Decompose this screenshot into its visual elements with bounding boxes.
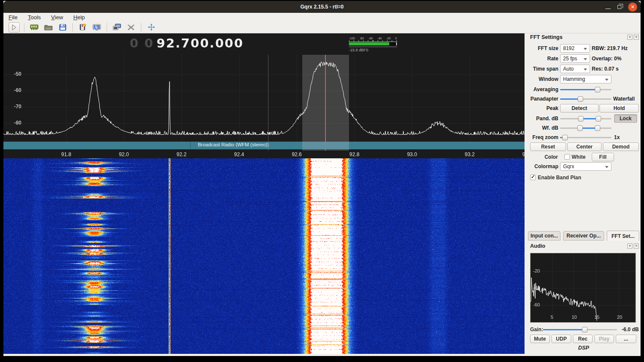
center-button[interactable]: Center (567, 142, 602, 151)
mute-button[interactable]: Mute (530, 335, 550, 343)
rate-combo[interactable]: 25 fps (560, 54, 590, 63)
configure-io-button[interactable] (29, 22, 40, 33)
fft-panel-icons: ▾ ✕ (627, 35, 639, 40)
tab-fft-settings[interactable]: FFT Set... (607, 231, 639, 241)
plot-buttons-row: Reset Center Demod (527, 142, 641, 152)
tools-button[interactable] (125, 22, 137, 33)
rec-button[interactable]: Rec (573, 335, 593, 343)
remote-control-button[interactable] (111, 22, 122, 33)
menu-tools[interactable]: Tools (28, 14, 41, 21)
time-span-combo[interactable]: Auto (560, 65, 590, 73)
white-checkbox[interactable] (564, 154, 570, 160)
wf-db-high-handle[interactable] (595, 125, 600, 131)
band-plan-bar: Broadcast Radio (WFM (stereo)) (3, 142, 525, 149)
audio-gain-handle[interactable] (582, 327, 587, 332)
pand-db-low-handle[interactable] (578, 116, 584, 122)
fft-size-combo[interactable]: 8192 (560, 44, 590, 53)
fft-display-button[interactable] (91, 22, 102, 33)
averaging-slider-handle[interactable] (595, 87, 600, 92)
window-combo[interactable]: Hamming (560, 75, 611, 83)
play-button[interactable]: Play (594, 335, 614, 343)
meter-tick-label: 0 (395, 37, 397, 40)
colormap-combo[interactable]: Gqrx (560, 162, 611, 171)
menu-help[interactable]: Help (73, 14, 85, 21)
peak-detect-button[interactable]: Detect (560, 104, 599, 113)
titlebar[interactable]: Gqrx 2.15.5 - rtl=0 ✕ (3, 1, 641, 13)
toolbar-separator (107, 23, 107, 32)
enable-band-plan-checkbox[interactable] (530, 175, 536, 180)
tab-receiver-options[interactable]: Receiver Op... (563, 231, 604, 240)
enable-band-plan-label: Enable Band Plan (538, 173, 581, 182)
frequency-scale-label: 93.0 (403, 151, 420, 157)
window-value: Hamming (563, 76, 585, 82)
toolbar-separator (141, 23, 141, 32)
overlap-value: Overlap: 0% (592, 54, 621, 63)
right-dock: FFT Settings ▾ ✕ FFT size 8192 RBW: 219.… (527, 33, 641, 356)
panadapter-waterfall-handle[interactable] (578, 96, 583, 102)
tab-input-controls[interactable]: Input con... (528, 231, 561, 240)
minimize-icon[interactable] (605, 9, 611, 9)
gain-label: Gain: (530, 325, 543, 334)
center-view-button[interactable] (146, 22, 157, 33)
menu-view[interactable]: View (51, 14, 63, 21)
freq-zoom-label: Freq zoom (527, 133, 558, 142)
fill-button[interactable]: Fill (592, 153, 614, 161)
bookmarks-button[interactable] (77, 22, 88, 33)
close-panel-icon[interactable]: ✕ (634, 243, 639, 249)
bookmarks-icon (79, 24, 86, 31)
demod-button[interactable]: Demod (603, 142, 639, 151)
frequency-dim-digits: 0 0 (130, 36, 154, 50)
udp-button[interactable]: UDP (552, 335, 571, 343)
meter-tick-label: -100 (349, 37, 355, 40)
frequency-scale[interactable]: 91.892.092.292.492.692.893.093.293.4 (3, 151, 525, 158)
save-settings-button[interactable] (57, 22, 68, 33)
float-panel-icon[interactable]: ▾ (627, 243, 632, 249)
freq-zoom-slider[interactable] (560, 135, 611, 140)
waterfall[interactable] (3, 158, 525, 354)
close-icon[interactable]: ✕ (628, 3, 637, 12)
freq-zoom-handle[interactable] (562, 135, 568, 140)
wf-db-range-slider[interactable] (560, 125, 611, 131)
peak-hold-button[interactable]: Hold (599, 104, 639, 113)
spectrum-y-tick: -60 (9, 87, 21, 93)
window-title: Gqrx 2.15.5 - rtl=0 (300, 4, 343, 10)
memory-chip-icon (30, 24, 39, 31)
white-label: White (572, 153, 586, 161)
pand-db-range-slider[interactable] (560, 116, 611, 122)
meter-peak-mark (396, 42, 397, 45)
waterfall-label: Waterfall (613, 95, 635, 103)
crossed-tools-icon (127, 24, 135, 31)
averaging-label: Averaging (527, 85, 558, 94)
menu-file[interactable]: File (9, 14, 18, 21)
rbw-value: RBW: 219.7 Hz (592, 44, 628, 53)
pand-db-lock-button[interactable]: Lock (614, 114, 637, 123)
color-row: Color White Fill (527, 153, 641, 161)
start-dsp-button[interactable] (9, 22, 20, 33)
audio-fft-plot: -20-40-605101520 (530, 253, 636, 323)
audio-gain-slider[interactable] (543, 327, 617, 332)
audio-y-tick: -20 (533, 268, 540, 273)
averaging-slider[interactable] (560, 87, 611, 92)
panadapter-waterfall-slider[interactable] (560, 96, 611, 102)
gain-row: Gain: -6.0 dB (527, 325, 641, 334)
tuning-line[interactable] (325, 55, 326, 151)
open-settings-button[interactable] (43, 22, 54, 33)
float-panel-icon[interactable]: ▾ (627, 35, 632, 40)
frequency-display[interactable]: 0 092.700.000 (130, 36, 244, 50)
more-button[interactable]: ... (616, 335, 636, 343)
panadapter-spectrum[interactable] (3, 33, 525, 158)
frequency-scale-label: 93.2 (461, 151, 478, 157)
restore-icon[interactable] (617, 5, 621, 9)
colormap-value: Gqrx (563, 163, 574, 169)
pand-db-high-handle[interactable] (596, 116, 601, 122)
audio-x-tick: 20 (617, 315, 622, 320)
wf-db-low-handle[interactable] (577, 125, 583, 131)
colormap-label: Colormap (527, 162, 558, 171)
close-panel-icon[interactable]: ✕ (634, 35, 639, 40)
reset-button[interactable]: Reset (530, 142, 566, 151)
panadapter-waterfall-row: Panadapter Waterfall (527, 95, 641, 103)
frequency-scale-label: 91.8 (58, 151, 75, 157)
meter-bar (349, 42, 397, 45)
audio-x-tick: 10 (572, 315, 577, 320)
computers-icon (113, 24, 121, 31)
